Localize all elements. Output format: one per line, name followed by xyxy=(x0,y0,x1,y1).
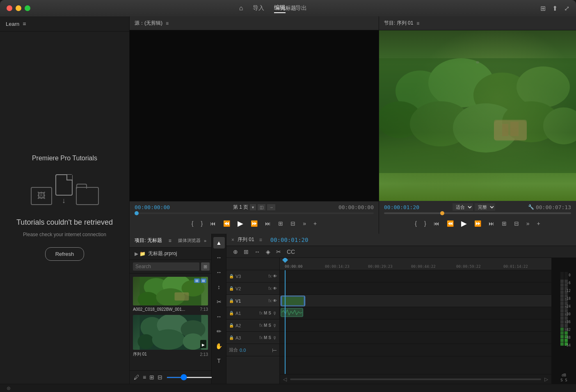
track-lock-v2[interactable]: 🔒 xyxy=(229,286,234,291)
selection-tool-btn[interactable]: ▲ xyxy=(213,237,225,248)
source-step-fwd-btn[interactable]: ⏩ xyxy=(249,219,259,228)
program-mark-in-btn[interactable]: { xyxy=(413,219,418,228)
timeline-scroll-left-btn[interactable]: ◁ xyxy=(283,376,287,382)
track-mic-a2[interactable]: 🎙 xyxy=(272,323,277,328)
program-step-fwd-btn[interactable]: ⏩ xyxy=(473,219,483,228)
media-browser-tab[interactable]: 媒体浏览器 xyxy=(178,237,201,244)
icon-btn[interactable]: ⊟ xyxy=(157,373,163,381)
tab-export[interactable]: 导出 xyxy=(295,4,307,13)
home-tab[interactable]: ⌂ xyxy=(239,4,243,13)
source-mark-out-btn[interactable]: } xyxy=(199,219,205,228)
tl-razor-btn[interactable]: ✂ xyxy=(274,248,283,256)
program-extract-btn[interactable]: ⊟ xyxy=(512,219,521,228)
track-mic-a1[interactable]: 🎙 xyxy=(272,311,277,316)
track-fx-icon-v1[interactable]: fx xyxy=(268,299,272,303)
track-fx-icon-a1[interactable]: fx xyxy=(259,311,263,316)
list-btn[interactable]: ≡ xyxy=(142,373,147,381)
source-add-btn[interactable]: + xyxy=(312,219,318,228)
project-expand-btn[interactable]: » xyxy=(204,238,206,243)
track-lock-a3[interactable]: 🔒 xyxy=(229,335,234,340)
timeline-scroll-right-btn[interactable]: ▷ xyxy=(544,376,548,382)
razor-btn[interactable]: ✂ xyxy=(213,296,225,308)
program-play-btn[interactable]: ▶ xyxy=(459,218,469,229)
source-step-back-btn[interactable]: ⏪ xyxy=(222,219,232,228)
pen-tool-btn[interactable]: ✏ xyxy=(213,326,225,337)
program-more-btn[interactable]: » xyxy=(525,219,531,228)
page-prev-btn[interactable]: ◫ xyxy=(258,204,265,210)
track-select-btn[interactable]: ↔ xyxy=(213,252,225,263)
track-fx-icon-a3[interactable]: fx xyxy=(259,335,263,340)
program-mark-out-btn[interactable]: } xyxy=(423,219,428,228)
track-fx-icon-v2[interactable]: fx xyxy=(268,286,272,291)
program-go-in-btn[interactable]: ⏮ xyxy=(432,219,441,228)
track-s-a2[interactable]: S xyxy=(268,323,271,328)
track-lock-v1[interactable]: 🔒 xyxy=(229,299,234,303)
tl-add-track-btn[interactable]: ⊕ xyxy=(231,248,240,256)
fullscreen-icon[interactable]: ⤢ xyxy=(564,5,569,12)
tl-captions-btn[interactable]: CC xyxy=(285,248,297,256)
page-dropdown-btn[interactable]: ▾ xyxy=(250,204,256,210)
program-monitor-menu-icon[interactable]: ≡ xyxy=(416,21,419,26)
type-tool-btn[interactable]: T xyxy=(213,355,225,367)
source-go-in-btn[interactable]: ⏮ xyxy=(208,219,217,228)
source-playhead-bar[interactable] xyxy=(135,212,374,214)
list-view-btn[interactable]: 🖊 xyxy=(133,373,140,381)
program-playhead-thumb[interactable] xyxy=(440,211,444,215)
source-more-btn[interactable]: » xyxy=(301,219,308,228)
track-lock-a2[interactable]: 🔒 xyxy=(229,323,234,328)
refresh-button[interactable]: Refresh xyxy=(45,247,85,261)
quality-dropdown[interactable]: 完整 xyxy=(475,203,495,211)
track-s-a1[interactable]: S xyxy=(268,311,271,316)
program-step-back-btn[interactable]: ⏪ xyxy=(445,219,455,228)
timeline-scroll-track[interactable] xyxy=(290,378,541,380)
track-m-a2[interactable]: M xyxy=(264,323,267,328)
tl-link-btn[interactable]: ↔ xyxy=(253,248,262,256)
tl-mark-btn[interactable]: ◈ xyxy=(264,248,272,256)
program-playhead-bar[interactable] xyxy=(384,212,571,214)
slip-tool-btn[interactable]: ↔ xyxy=(213,311,225,322)
project-search-input[interactable] xyxy=(133,262,199,271)
source-play-btn[interactable]: ▶ xyxy=(236,218,245,229)
timeline-menu-icon[interactable]: ≡ xyxy=(259,237,262,243)
track-s-a3[interactable]: S xyxy=(268,335,271,340)
project-tab[interactable]: 项目: 无标题 xyxy=(135,237,162,244)
track-lock-a1[interactable]: 🔒 xyxy=(229,311,234,315)
track-m-a3[interactable]: M xyxy=(264,335,267,340)
panels-icon[interactable]: ⊞ xyxy=(540,5,546,12)
track-eye-icon-v2[interactable]: 👁 xyxy=(273,286,277,291)
track-m-a1[interactable]: M xyxy=(264,311,267,316)
tl-snap-btn[interactable]: ⊞ xyxy=(242,248,250,256)
rolling-edit-btn[interactable]: ↕ xyxy=(213,281,225,293)
page-next-btn[interactable]: → xyxy=(267,204,275,210)
video-clip-v1[interactable] xyxy=(281,296,305,306)
track-eye-icon-v1[interactable]: 👁 xyxy=(273,299,277,303)
list-item[interactable]: ▶ 序列 01 2:13 xyxy=(130,313,211,359)
fit-dropdown[interactable]: 适合 xyxy=(453,203,473,211)
source-monitor-menu-icon[interactable]: ≡ xyxy=(166,21,169,26)
tab-import[interactable]: 导入 xyxy=(253,4,264,13)
track-eye-icon-v3[interactable]: 👁 xyxy=(273,274,277,278)
source-mark-in-btn[interactable]: { xyxy=(190,219,195,228)
learn-menu-icon[interactable]: ≡ xyxy=(23,21,26,27)
source-overwrite-btn[interactable]: ⊟ xyxy=(289,219,297,228)
timeline-close-btn[interactable]: × xyxy=(231,237,234,243)
source-insert-btn[interactable]: ⊞ xyxy=(277,219,285,228)
project-search-btn[interactable]: ⊞ xyxy=(201,262,210,271)
track-mic-a3[interactable]: 🎙 xyxy=(272,335,277,340)
source-playhead-thumb[interactable] xyxy=(135,211,139,215)
grid-btn[interactable]: ⊞ xyxy=(149,373,155,381)
program-add-btn[interactable]: + xyxy=(535,219,542,228)
hand-tool-btn[interactable]: ✋ xyxy=(213,340,225,352)
source-go-out-btn[interactable]: ⏭ xyxy=(263,219,272,228)
project-menu-icon[interactable]: ≡ xyxy=(169,238,171,244)
share-icon[interactable]: ⬆ xyxy=(552,5,558,12)
track-fx-icon-v3[interactable]: fx xyxy=(268,274,272,278)
ripple-edit-btn[interactable]: ↔ xyxy=(213,267,225,278)
audio-clip-a1[interactable] xyxy=(281,308,303,317)
program-go-out-btn[interactable]: ⏭ xyxy=(487,219,496,228)
track-fx-icon-a2[interactable]: fx xyxy=(259,323,263,328)
track-lock-v3[interactable]: 🔒 xyxy=(229,274,234,278)
list-item[interactable]: ▤ ▤ A002_C018_0922BW_001... 7:13 xyxy=(130,275,211,313)
track-mix-end-btn[interactable]: ⊢ xyxy=(272,347,277,353)
program-lift-btn[interactable]: ⊞ xyxy=(500,219,508,228)
